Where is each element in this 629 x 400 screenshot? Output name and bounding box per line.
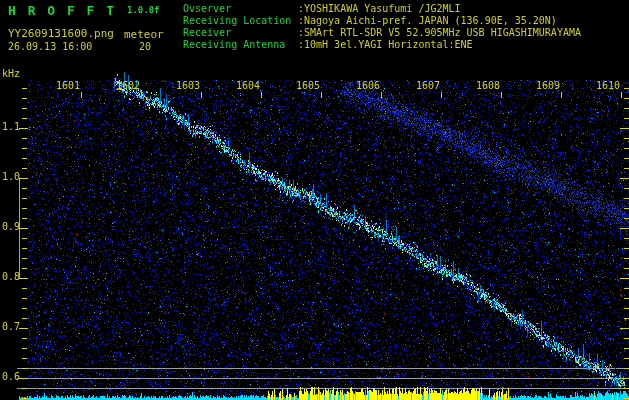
receiver-label: Receiver [183,27,298,39]
observer-row: Ovserver :YOSHIKAWA Yasufumi /JG2MLI [183,3,581,15]
antenna-row: Receiving Antenna :10mH 3el.YAGI Horizon… [183,39,581,51]
time-tick-label: 1601 [56,81,80,91]
count-value: 20 [139,42,151,52]
freq-tick-label: 0.9 [2,222,20,232]
freq-tick-label: 1.1 [2,122,20,132]
app-title: H R O F F T [8,4,116,17]
time-tick-label: 1609 [536,81,560,91]
spectrogram-canvas [0,0,629,400]
observer-value: :YOSHIKAWA Yasufumi /JG2MLI [298,3,461,15]
time-tick-label: 1607 [416,81,440,91]
mode-label: meteor [124,29,164,40]
location-label: Receiving Location [183,15,298,27]
location-row: Receiving Location :Nagoya Aichi-pref. J… [183,15,581,27]
app-version: 1.0.0f [127,6,160,15]
location-value: :Nagoya Aichi-pref. JAPAN (136.90E, 35.2… [298,15,557,27]
timestamp: 26.09.13 16:00 [8,42,92,52]
receiver-value: :SMArt RTL-SDR V5 52.905MHz USB HIGASHIM… [298,27,581,39]
time-tick-label: 1608 [476,81,500,91]
antenna-label: Receiving Antenna [183,39,298,51]
station-info: Ovserver :YOSHIKAWA Yasufumi /JG2MLI Rec… [183,3,581,51]
y-axis-unit-label: kHz [2,69,20,79]
time-tick-label: 1602 [116,81,140,91]
antenna-value: :10mH 3el.YAGI Horizontal:ENE [298,39,473,51]
output-filename: YY2609131600.png [8,28,114,39]
time-tick-label: 1604 [236,81,260,91]
time-tick-label: 1603 [176,81,200,91]
freq-tick-label: 0.7 [2,322,20,332]
receiver-row: Receiver :SMArt RTL-SDR V5 52.905MHz USB… [183,27,581,39]
time-tick-label: 1610 [596,81,620,91]
freq-tick-label: 1.0 [2,172,20,182]
freq-tick-label: 0.6 [2,372,20,382]
observer-label: Ovserver [183,3,298,15]
time-tick-label: 1606 [356,81,380,91]
time-tick-label: 1605 [296,81,320,91]
freq-tick-label: 0.8 [2,272,20,282]
hrofft-window: H R O F F T 1.0.0f YY2609131600.png mete… [0,0,629,400]
